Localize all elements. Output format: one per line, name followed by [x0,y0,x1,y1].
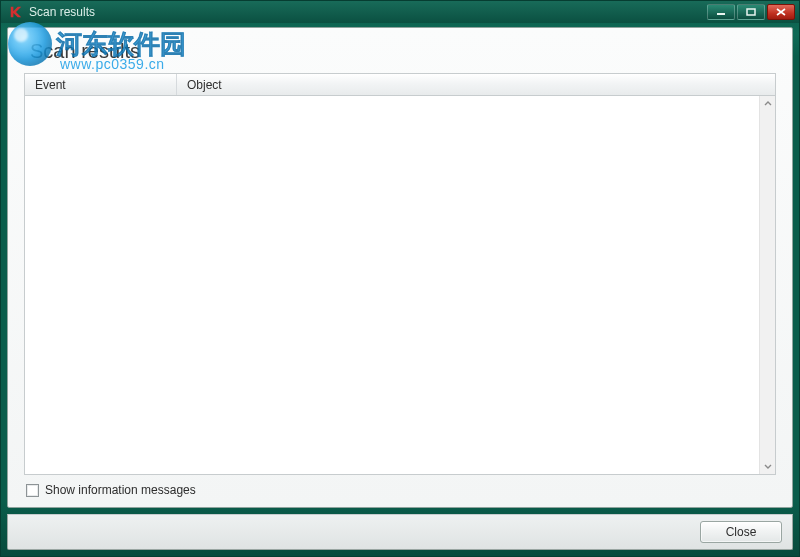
bottom-bar: Close [7,514,793,550]
maximize-icon [746,8,756,16]
minimize-button[interactable] [707,4,735,20]
kaspersky-k-icon [9,5,23,19]
minimize-icon [716,8,726,16]
table-header-row: Event Object [25,74,775,96]
content-panel: 河东软件园 www.pc0359.cn Scan results Event O… [7,27,793,508]
vertical-scrollbar[interactable] [759,96,775,474]
show-info-label[interactable]: Show information messages [45,483,196,497]
app-window: Scan results 河东软件园 www.pc0359.cn Scan re… [0,0,800,557]
title-bar[interactable]: Scan results [1,1,799,23]
page-title: Scan results [30,40,776,63]
chevron-up-icon[interactable] [760,96,776,112]
close-button-label: Close [726,525,757,539]
close-window-button[interactable] [767,4,795,20]
column-header-object-label: Object [187,78,222,92]
column-header-event[interactable]: Event [25,74,177,95]
maximize-button[interactable] [737,4,765,20]
close-icon [776,8,786,16]
results-table: Event Object [24,73,776,475]
column-header-object[interactable]: Object [177,74,775,95]
chevron-down-icon[interactable] [760,458,776,474]
svg-rect-0 [717,13,725,15]
svg-rect-1 [747,9,755,15]
close-button[interactable]: Close [700,521,782,543]
window-title: Scan results [29,5,95,19]
show-info-checkbox[interactable] [26,484,39,497]
results-body[interactable] [25,96,775,474]
column-header-event-label: Event [35,78,66,92]
options-row: Show information messages [24,475,776,499]
